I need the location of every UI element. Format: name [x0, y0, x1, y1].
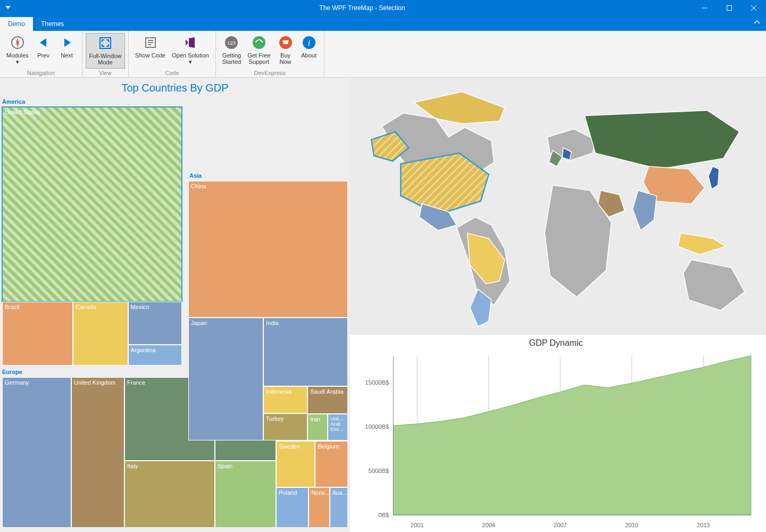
svg-text:5000B$: 5000B$ [369, 468, 389, 474]
svg-text:2001: 2001 [411, 522, 424, 528]
123-icon: 123 [223, 34, 240, 51]
svg-text:i: i [307, 38, 310, 47]
treemap-cell-sweden[interactable]: Sweden [276, 441, 315, 487]
prev-label: Prev [37, 52, 49, 59]
about-label: About [301, 52, 317, 59]
collapse-ribbon-icon[interactable] [754, 19, 760, 27]
ribbon: Modules▾ Prev Next Navigation Full-Windo… [0, 31, 766, 78]
info-icon: i [301, 34, 318, 51]
titlebar: The WPF TreeMap - Selection [0, 0, 766, 16]
group-view: View [99, 70, 112, 76]
treemap-title: Top Countries By GDP [0, 82, 350, 94]
fullwindow-button[interactable]: Full-Window Mode [86, 33, 126, 69]
next-button[interactable]: Next [55, 33, 79, 69]
treemap-cell-norway[interactable]: Norw... [309, 487, 330, 528]
treemap-cell-china[interactable]: China [188, 181, 348, 318]
gettingstarted-button[interactable]: 123 Getting Started [219, 33, 244, 69]
treemap-cell-iran[interactable]: Iran [307, 414, 328, 440]
group-devexpress: DevExpress [254, 70, 285, 76]
treemap-cell-argentina[interactable]: Argentina [128, 345, 182, 365]
window-title: The WPF TreeMap - Selection [32, 4, 693, 12]
tab-themes[interactable]: Themes [33, 17, 72, 31]
treemap-cell-mexico[interactable]: Mexico [128, 302, 182, 345]
showcode-button[interactable]: Show Code [132, 33, 169, 69]
svg-text:10000B$: 10000B$ [365, 423, 389, 430]
next-icon [59, 34, 76, 51]
ribbon-tabs: Demo Themes [0, 16, 766, 31]
world-map[interactable] [350, 78, 766, 335]
treemap-cell-spain[interactable]: Spain [215, 461, 276, 528]
showcode-label: Show Code [135, 52, 165, 59]
svg-text:2010: 2010 [625, 522, 638, 528]
prev-icon [35, 34, 52, 51]
treemap-cell-italy[interactable]: Italy [124, 461, 215, 528]
treemap-cell-japan[interactable]: Japan [188, 318, 263, 440]
treemap-cell-united-states[interactable]: United States [2, 107, 182, 302]
treemap-pane: Top Countries By GDP America United Stat… [0, 78, 350, 532]
svg-text:2004: 2004 [482, 522, 496, 528]
svg-marker-7 [40, 38, 46, 47]
getfreesupport-label: Get Free Support [247, 52, 270, 65]
vs-icon [182, 34, 199, 51]
about-button[interactable]: i About [297, 33, 321, 69]
treemap-cell-turkey[interactable]: Turkey [263, 413, 307, 440]
opensolution-button[interactable]: Open Solution▾ [169, 33, 212, 69]
svg-marker-0 [5, 6, 11, 9]
gdp-chart: GDP Dynamic 200120042007201020130B$5000B… [350, 335, 766, 532]
qat-dropdown-icon[interactable] [0, 4, 32, 12]
minimize-button[interactable] [693, 0, 717, 16]
modules-label: Modules [6, 52, 29, 59]
modules-button[interactable]: Modules▾ [3, 33, 32, 69]
svg-rect-2 [727, 6, 732, 11]
next-label: Next [61, 52, 73, 59]
gettingstarted-label: Getting Started [222, 52, 241, 65]
svg-point-18 [253, 36, 265, 49]
treemap-cell-austria[interactable]: Aus... [330, 487, 348, 528]
buynow-label: Buy Now [280, 52, 292, 65]
svg-text:15000B$: 15000B$ [365, 379, 389, 386]
treemap-cell-canada[interactable]: Canada [73, 302, 128, 365]
treemap-cell-indonesia[interactable]: Indonesia [263, 386, 307, 413]
svg-text:0B$: 0B$ [378, 512, 389, 518]
group-label-america: America [0, 97, 350, 107]
svg-text:123: 123 [228, 40, 236, 46]
buynow-button[interactable]: Buy Now [274, 33, 297, 69]
svg-text:2013: 2013 [697, 522, 710, 528]
treemap-cell-poland[interactable]: Poland [276, 487, 309, 528]
getfreesupport-button[interactable]: Get Free Support [244, 33, 273, 69]
opensolution-label: Open Solution [172, 52, 209, 59]
fullscreen-icon [97, 35, 114, 52]
treemap-cell-belgium[interactable]: Belgium [315, 441, 348, 487]
maximize-button[interactable] [717, 0, 742, 16]
svg-marker-8 [64, 38, 71, 47]
group-label-asia: Asia [188, 171, 348, 181]
gdp-chart-title: GDP Dynamic [355, 338, 756, 348]
treemap-cell-uk[interactable]: United Kingdom [71, 377, 124, 528]
close-button[interactable] [742, 0, 766, 16]
svg-marker-15 [189, 37, 195, 48]
cart-icon [277, 34, 294, 51]
svg-marker-14 [186, 39, 188, 46]
treemap-cell-brazil[interactable]: Brazil [2, 302, 73, 365]
svg-text:2007: 2007 [554, 522, 567, 528]
group-navigation: Navigation [27, 70, 55, 76]
fullwindow-label: Full-Window Mode [89, 53, 122, 65]
tab-demo[interactable]: Demo [0, 17, 33, 31]
compass-icon [9, 34, 26, 51]
treemap-cell-india[interactable]: India [263, 318, 348, 386]
treemap-cell-uae[interactable]: Unit...ArabEmi... [328, 414, 348, 440]
svg-marker-6 [16, 38, 19, 47]
group-code: Code [165, 70, 179, 76]
treemap-cell-saudi[interactable]: Saudi Arabia [307, 386, 348, 414]
code-icon [142, 34, 159, 51]
treemap-cell-germany[interactable]: Germany [2, 377, 71, 528]
support-icon [251, 34, 268, 51]
prev-button[interactable]: Prev [32, 33, 55, 69]
